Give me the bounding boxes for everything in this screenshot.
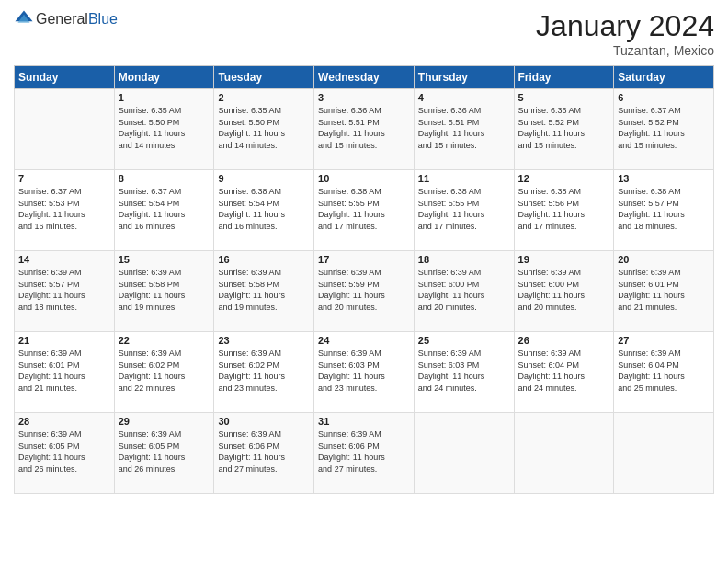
day-info: Sunrise: 6:39 AM Sunset: 6:05 PM Dayligh… xyxy=(18,429,110,475)
header-sunday: Sunday xyxy=(15,66,115,89)
day-number: 17 xyxy=(318,254,410,265)
day-info: Sunrise: 6:39 AM Sunset: 5:58 PM Dayligh… xyxy=(218,267,310,313)
day-number: 26 xyxy=(518,335,610,346)
logo: GeneralBlue xyxy=(14,9,118,29)
day-number: 12 xyxy=(518,173,610,184)
calendar-week-2: 7Sunrise: 6:37 AM Sunset: 5:53 PM Daylig… xyxy=(15,170,714,251)
calendar-day: 12Sunrise: 6:38 AM Sunset: 5:56 PM Dayli… xyxy=(514,170,614,251)
calendar-day: 4Sunrise: 6:36 AM Sunset: 5:51 PM Daylig… xyxy=(414,89,514,170)
calendar-week-3: 14Sunrise: 6:39 AM Sunset: 5:57 PM Dayli… xyxy=(15,251,714,332)
calendar-day: 20Sunrise: 6:39 AM Sunset: 6:01 PM Dayli… xyxy=(614,251,714,332)
calendar-day: 7Sunrise: 6:37 AM Sunset: 5:53 PM Daylig… xyxy=(15,170,115,251)
calendar-day: 31Sunrise: 6:39 AM Sunset: 6:06 PM Dayli… xyxy=(314,413,415,494)
day-info: Sunrise: 6:39 AM Sunset: 6:06 PM Dayligh… xyxy=(218,429,310,475)
day-number: 27 xyxy=(618,335,710,346)
day-number: 8 xyxy=(119,173,210,184)
logo-icon xyxy=(14,9,34,29)
calendar-day: 16Sunrise: 6:39 AM Sunset: 5:58 PM Dayli… xyxy=(214,251,314,332)
day-number: 31 xyxy=(318,416,410,427)
day-info: Sunrise: 6:35 AM Sunset: 5:50 PM Dayligh… xyxy=(218,105,310,151)
day-info: Sunrise: 6:39 AM Sunset: 6:03 PM Dayligh… xyxy=(318,348,410,394)
day-number: 10 xyxy=(318,173,410,184)
day-info: Sunrise: 6:39 AM Sunset: 6:02 PM Dayligh… xyxy=(218,348,310,394)
calendar-day: 13Sunrise: 6:38 AM Sunset: 5:57 PM Dayli… xyxy=(614,170,714,251)
logo-general: General xyxy=(36,11,88,27)
day-info: Sunrise: 6:39 AM Sunset: 5:59 PM Dayligh… xyxy=(318,267,410,313)
calendar-day xyxy=(614,413,714,494)
day-number: 30 xyxy=(218,416,310,427)
page-container: GeneralBlue January 2024 Tuzantan, Mexic… xyxy=(0,0,728,503)
calendar-week-1: 1Sunrise: 6:35 AM Sunset: 5:50 PM Daylig… xyxy=(15,89,714,170)
calendar-day: 29Sunrise: 6:39 AM Sunset: 6:05 PM Dayli… xyxy=(114,413,214,494)
header-monday: Monday xyxy=(114,66,214,89)
day-number: 9 xyxy=(218,173,310,184)
day-info: Sunrise: 6:37 AM Sunset: 5:54 PM Dayligh… xyxy=(119,186,210,232)
calendar-day: 15Sunrise: 6:39 AM Sunset: 5:58 PM Dayli… xyxy=(114,251,214,332)
day-info: Sunrise: 6:38 AM Sunset: 5:55 PM Dayligh… xyxy=(418,186,510,232)
calendar-day: 8Sunrise: 6:37 AM Sunset: 5:54 PM Daylig… xyxy=(114,170,214,251)
day-number: 24 xyxy=(318,335,410,346)
day-number: 21 xyxy=(18,335,110,346)
day-info: Sunrise: 6:36 AM Sunset: 5:52 PM Dayligh… xyxy=(518,105,610,151)
day-info: Sunrise: 6:39 AM Sunset: 6:01 PM Dayligh… xyxy=(18,348,110,394)
day-info: Sunrise: 6:39 AM Sunset: 6:00 PM Dayligh… xyxy=(518,267,610,313)
day-number: 29 xyxy=(119,416,210,427)
calendar-day: 27Sunrise: 6:39 AM Sunset: 6:04 PM Dayli… xyxy=(614,332,714,413)
day-number: 11 xyxy=(418,173,510,184)
calendar-day: 26Sunrise: 6:39 AM Sunset: 6:04 PM Dayli… xyxy=(514,332,614,413)
day-number: 6 xyxy=(618,92,710,103)
day-info: Sunrise: 6:36 AM Sunset: 5:51 PM Dayligh… xyxy=(318,105,410,151)
calendar-day: 30Sunrise: 6:39 AM Sunset: 6:06 PM Dayli… xyxy=(214,413,314,494)
logo-text: GeneralBlue xyxy=(36,11,118,28)
calendar-header-row: SundayMondayTuesdayWednesdayThursdayFrid… xyxy=(15,66,714,89)
calendar-day: 14Sunrise: 6:39 AM Sunset: 5:57 PM Dayli… xyxy=(15,251,115,332)
day-number: 15 xyxy=(119,254,210,265)
calendar-day: 1Sunrise: 6:35 AM Sunset: 5:50 PM Daylig… xyxy=(114,89,214,170)
calendar-day: 10Sunrise: 6:38 AM Sunset: 5:55 PM Dayli… xyxy=(314,170,415,251)
day-number: 22 xyxy=(119,335,210,346)
day-info: Sunrise: 6:38 AM Sunset: 5:55 PM Dayligh… xyxy=(318,186,410,232)
day-info: Sunrise: 6:39 AM Sunset: 6:04 PM Dayligh… xyxy=(618,348,710,394)
day-info: Sunrise: 6:37 AM Sunset: 5:53 PM Dayligh… xyxy=(18,186,110,232)
calendar-day: 18Sunrise: 6:39 AM Sunset: 6:00 PM Dayli… xyxy=(414,251,514,332)
day-info: Sunrise: 6:39 AM Sunset: 6:01 PM Dayligh… xyxy=(618,267,710,313)
day-info: Sunrise: 6:39 AM Sunset: 6:00 PM Dayligh… xyxy=(418,267,510,313)
day-number: 1 xyxy=(119,92,210,103)
title-block: January 2024 Tuzantan, Mexico xyxy=(536,9,714,58)
day-number: 16 xyxy=(218,254,310,265)
day-info: Sunrise: 6:39 AM Sunset: 6:06 PM Dayligh… xyxy=(318,429,410,475)
calendar-day: 25Sunrise: 6:39 AM Sunset: 6:03 PM Dayli… xyxy=(414,332,514,413)
day-info: Sunrise: 6:38 AM Sunset: 5:57 PM Dayligh… xyxy=(618,186,710,232)
day-number: 14 xyxy=(18,254,110,265)
calendar-day: 21Sunrise: 6:39 AM Sunset: 6:01 PM Dayli… xyxy=(15,332,115,413)
day-number: 5 xyxy=(518,92,610,103)
calendar-table: SundayMondayTuesdayWednesdayThursdayFrid… xyxy=(14,65,714,494)
day-number: 2 xyxy=(218,92,310,103)
day-number: 13 xyxy=(618,173,710,184)
calendar-week-5: 28Sunrise: 6:39 AM Sunset: 6:05 PM Dayli… xyxy=(15,413,714,494)
logo-blue: Blue xyxy=(88,11,118,27)
calendar-day xyxy=(15,89,115,170)
header-wednesday: Wednesday xyxy=(314,66,415,89)
calendar-day: 5Sunrise: 6:36 AM Sunset: 5:52 PM Daylig… xyxy=(514,89,614,170)
calendar-day: 17Sunrise: 6:39 AM Sunset: 5:59 PM Dayli… xyxy=(314,251,415,332)
day-number: 23 xyxy=(218,335,310,346)
calendar-day: 6Sunrise: 6:37 AM Sunset: 5:52 PM Daylig… xyxy=(614,89,714,170)
calendar-day: 28Sunrise: 6:39 AM Sunset: 6:05 PM Dayli… xyxy=(15,413,115,494)
header: GeneralBlue January 2024 Tuzantan, Mexic… xyxy=(14,9,714,58)
calendar-day: 24Sunrise: 6:39 AM Sunset: 6:03 PM Dayli… xyxy=(314,332,415,413)
day-info: Sunrise: 6:38 AM Sunset: 5:54 PM Dayligh… xyxy=(218,186,310,232)
day-number: 28 xyxy=(18,416,110,427)
calendar-day: 3Sunrise: 6:36 AM Sunset: 5:51 PM Daylig… xyxy=(314,89,415,170)
header-tuesday: Tuesday xyxy=(214,66,314,89)
day-number: 4 xyxy=(418,92,510,103)
day-info: Sunrise: 6:37 AM Sunset: 5:52 PM Dayligh… xyxy=(618,105,710,151)
day-number: 25 xyxy=(418,335,510,346)
header-thursday: Thursday xyxy=(414,66,514,89)
calendar-day: 11Sunrise: 6:38 AM Sunset: 5:55 PM Dayli… xyxy=(414,170,514,251)
calendar-day: 2Sunrise: 6:35 AM Sunset: 5:50 PM Daylig… xyxy=(214,89,314,170)
calendar-day: 22Sunrise: 6:39 AM Sunset: 6:02 PM Dayli… xyxy=(114,332,214,413)
day-info: Sunrise: 6:39 AM Sunset: 5:58 PM Dayligh… xyxy=(119,267,210,313)
calendar-day xyxy=(514,413,614,494)
day-info: Sunrise: 6:39 AM Sunset: 6:02 PM Dayligh… xyxy=(119,348,210,394)
